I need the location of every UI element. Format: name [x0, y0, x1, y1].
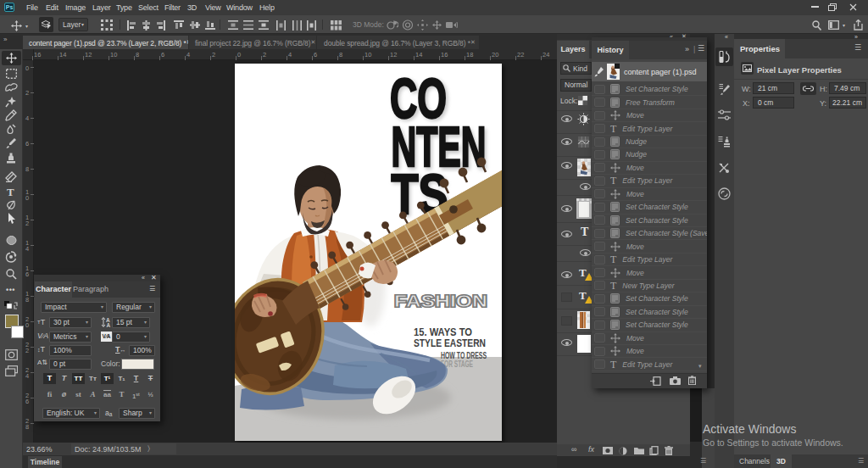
- svg-text:FASHION: FASHION: [394, 292, 487, 310]
- svg-text:A: A: [107, 322, 111, 328]
- svg-text:STYLE EASTERN: STYLE EASTERN: [414, 337, 486, 349]
